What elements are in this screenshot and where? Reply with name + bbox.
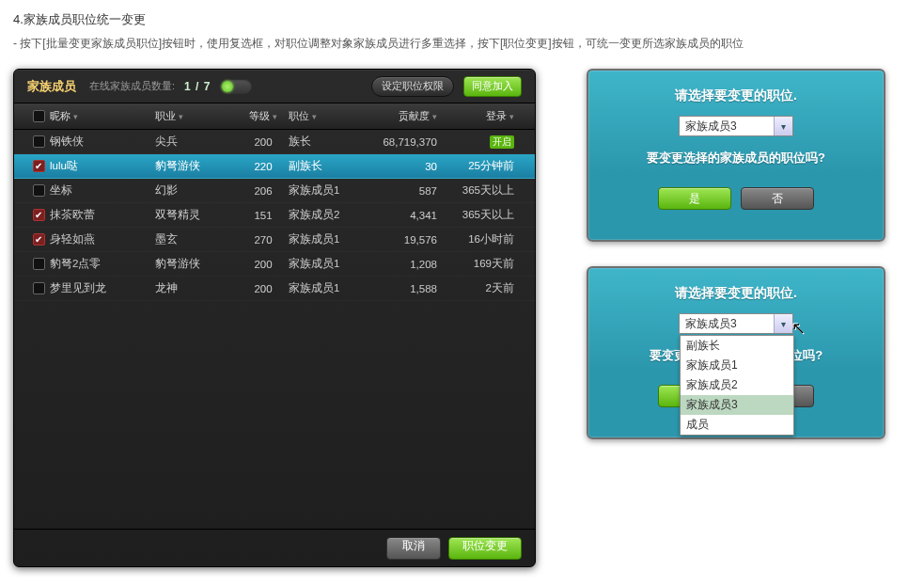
yes-button[interactable]: 是 (658, 187, 731, 210)
cell-login: 365天以上 (448, 183, 514, 198)
online-toggle[interactable] (220, 79, 252, 94)
cell-contrib: 4,341 (366, 210, 448, 221)
cell-contrib: 68,719,370 (366, 136, 448, 148)
panel-footer: 取消 职位变更 (14, 529, 535, 566)
cell-contrib: 19,576 (366, 234, 448, 246)
cell-job: 豹弩游侠 (155, 257, 238, 271)
dropdown-option[interactable]: 家族成员2 (681, 375, 793, 395)
row-checkbox[interactable]: ✔ (33, 233, 45, 246)
select-all-checkbox[interactable] (33, 110, 45, 122)
agree-join-button[interactable]: 同意加入 (463, 76, 522, 97)
cell-level: 200 (238, 136, 289, 148)
col-nick[interactable]: 昵称▾ (50, 109, 155, 123)
cell-job: 豹弩游侠 (155, 159, 238, 173)
row-checkbox[interactable] (33, 135, 45, 148)
online-count: 1 / 7 (184, 80, 211, 93)
row-checkbox[interactable] (33, 184, 45, 197)
cell-contrib: 30 (366, 161, 448, 172)
cell-nick: 钢铁侠 (50, 135, 155, 149)
table-row[interactable]: 豹弩2点零豹弩游侠200家族成员11,208169天前 (14, 252, 535, 277)
cell-login: 开启 (448, 135, 514, 149)
table-row[interactable]: ✔lulu哒豹弩游侠220副族长3025分钟前 (14, 154, 535, 179)
rank-select[interactable]: 家族成员3 ▾ 副族长家族成员1家族成员2家族成员3成员 ↖ (679, 313, 793, 334)
dropdown-option[interactable]: 家族成员1 (681, 356, 793, 375)
online-label: 在线家族成员数量: (89, 79, 175, 93)
cell-rank: 家族成员1 (289, 183, 366, 198)
cell-rank: 副族长 (289, 159, 366, 173)
cell-login: 2天前 (448, 281, 514, 295)
doc-desc: - 按下[批量变更家族成员职位]按钮时，使用复选框，对职位调整对象家族成员进行多… (13, 36, 911, 52)
guild-members-panel: 家族成员 在线家族成员数量: 1 / 7 设定职位权限 同意加入 昵称▾ 职业▾… (13, 69, 536, 567)
cell-job: 幻影 (155, 183, 238, 198)
cell-rank: 家族成员1 (289, 257, 366, 271)
cell-nick: 身轻如燕 (50, 232, 155, 246)
table-row[interactable]: ✔抹茶欧蕾双弩精灵151家族成员24,341365天以上 (14, 203, 535, 228)
cell-nick: 坐标 (50, 183, 155, 198)
row-checkbox[interactable]: ✔ (33, 209, 45, 221)
cell-rank: 家族成员2 (289, 208, 366, 222)
chevron-down-icon[interactable]: ▾ (774, 117, 792, 135)
col-login[interactable]: 登录▾ (448, 109, 514, 123)
rank-select[interactable]: 家族成员3 ▾ (679, 116, 793, 136)
online-badge: 开启 (490, 135, 514, 149)
cell-nick: lulu哒 (50, 159, 155, 173)
row-checkbox[interactable] (33, 258, 45, 270)
cell-login: 16小时前 (448, 232, 514, 246)
cell-job: 双弩精灵 (155, 208, 238, 222)
rank-select-value: 家族成员3 (685, 119, 737, 135)
dialog-title: 请选择要变更的职位. (588, 285, 884, 302)
cell-level: 206 (238, 185, 289, 197)
col-job[interactable]: 职业▾ (155, 109, 238, 123)
table-row[interactable]: 钢铁侠尖兵200族长68,719,370开启 (14, 130, 535, 154)
table-header: 昵称▾ 职业▾ 等级▾ 职位▾ 贡献度▾ 登录▾ (14, 103, 535, 130)
cell-level: 200 (238, 283, 289, 294)
sort-icon: ▾ (73, 112, 78, 121)
cell-contrib: 587 (366, 185, 448, 197)
cell-rank: 家族成员1 (289, 281, 366, 295)
panel-title: 家族成员 (27, 78, 76, 95)
chevron-down-icon[interactable]: ▾ (774, 314, 792, 333)
cell-contrib: 1,208 (366, 259, 448, 270)
col-contrib[interactable]: 贡献度▾ (366, 109, 448, 123)
doc-heading: 4.家族成员职位统一变更 (13, 11, 911, 28)
confirm-dialog-expanded: 请选择要变更的职位. 家族成员3 ▾ 副族长家族成员1家族成员2家族成员3成员 … (587, 266, 885, 439)
row-checkbox[interactable] (33, 282, 45, 294)
dropdown-option[interactable]: 副族长 (681, 336, 793, 356)
cell-level: 200 (238, 259, 289, 270)
change-rank-button[interactable]: 职位变更 (448, 537, 522, 560)
cell-job: 尖兵 (155, 135, 238, 149)
table-body: 钢铁侠尖兵200族长68,719,370开启✔lulu哒豹弩游侠220副族长30… (14, 130, 535, 529)
cell-job: 墨玄 (155, 232, 238, 246)
rank-select-value: 家族成员3 (685, 316, 737, 332)
dialog-title: 请选择要变更的职位. (588, 87, 884, 104)
cell-nick: 抹茶欧蕾 (50, 208, 155, 222)
panel-header: 家族成员 在线家族成员数量: 1 / 7 设定职位权限 同意加入 (14, 70, 535, 103)
table-row[interactable]: ✔身轻如燕墨玄270家族成员119,57616小时前 (14, 228, 535, 252)
dialog-message: 要变更选择的家族成员的职位吗? (588, 150, 884, 167)
cancel-button[interactable]: 取消 (386, 537, 441, 560)
cell-job: 龙神 (155, 281, 238, 295)
no-button[interactable]: 否 (741, 187, 814, 210)
cell-nick: 梦里见到龙 (50, 281, 155, 295)
cell-level: 151 (238, 210, 289, 221)
col-level[interactable]: 等级▾ (238, 109, 289, 123)
table-row[interactable]: 梦里见到龙龙神200家族成员11,5882天前 (14, 277, 535, 301)
confirm-dialog-collapsed: 请选择要变更的职位. 家族成员3 ▾ 要变更选择的家族成员的职位吗? 是 否 (587, 69, 885, 242)
cell-login: 365天以上 (448, 208, 514, 222)
dropdown-option[interactable]: 家族成员3 (681, 395, 793, 415)
rank-dropdown-list[interactable]: 副族长家族成员1家族成员2家族成员3成员 (680, 335, 794, 436)
cell-contrib: 1,588 (366, 283, 448, 294)
cell-level: 270 (238, 234, 289, 246)
set-rank-permission-button[interactable]: 设定职位权限 (371, 76, 454, 97)
col-rank[interactable]: 职位▾ (289, 109, 366, 123)
cell-nick: 豹弩2点零 (50, 257, 155, 271)
row-checkbox[interactable]: ✔ (33, 160, 45, 172)
cell-rank: 族长 (289, 135, 366, 149)
cell-login: 25分钟前 (448, 159, 514, 173)
cell-login: 169天前 (448, 257, 514, 271)
cell-level: 220 (238, 161, 289, 172)
cell-rank: 家族成员1 (289, 232, 366, 246)
table-row[interactable]: 坐标幻影206家族成员1587365天以上 (14, 179, 535, 203)
dropdown-option[interactable]: 成员 (681, 415, 793, 435)
